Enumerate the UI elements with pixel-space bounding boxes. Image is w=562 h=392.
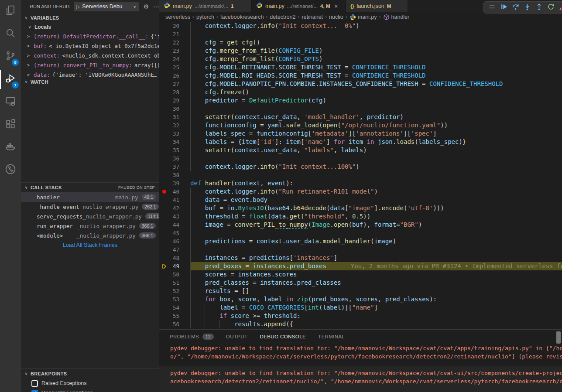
chevron-right-icon[interactable]: > <box>27 53 31 58</box>
breakpoint-row[interactable]: Raised Exceptions <box>21 378 159 388</box>
code-line[interactable]: 51 pred_classes = instances.pred_classes <box>159 279 562 287</box>
breadcrumb-item[interactable]: retinanet <box>302 14 323 20</box>
code-line[interactable]: 50 scores = instances.scores <box>159 270 562 279</box>
tab-main-py[interactable]: main.py.../retinanet/...4, M× <box>252 0 346 12</box>
activity-item-docker[interactable] <box>0 136 21 159</box>
activity-item-search[interactable] <box>0 23 21 45</box>
variable-row[interactable]: >(return) convert_PIL_to_numpy:array([[[… <box>21 60 159 70</box>
code-line[interactable]: 44 image = convert_PIL_to_numpy(Image.op… <box>159 221 562 229</box>
code-line[interactable]: 32 functionconfig = yaml.safe_load(open(… <box>159 121 562 130</box>
panel-tab-output[interactable]: OUTPUT <box>226 331 248 342</box>
variable-row[interactable]: >(return) DefaultPredictor.__call__:{'in… <box>21 31 159 41</box>
code-line[interactable]: 28 cfg.freeze() <box>159 88 562 96</box>
chevron-right-icon[interactable]: > <box>27 63 31 68</box>
call-stack-section-header[interactable]: ∨ CALL STACK PAUSED ON STEP <box>21 182 159 192</box>
breakpoint-dot-icon[interactable] <box>162 190 166 194</box>
scope-locals[interactable]: ∨ Locals <box>21 23 159 31</box>
breadcrumb-item[interactable]: detectron2 <box>270 14 295 20</box>
code-line[interactable]: 26 cfg.MODEL.ROI_HEADS.SCORE_THRESH_TEST… <box>159 72 562 80</box>
checked-checkbox[interactable]: ✓ <box>31 390 38 392</box>
breadcrumb-item[interactable]: main.py <box>350 14 377 20</box>
panel-tab-terminal[interactable]: TERMINAL <box>318 331 345 342</box>
code-line[interactable]: 34 labels = {item['id']: item['name'] fo… <box>159 138 562 146</box>
code-line[interactable]: 20 context.logger.info("Init context... … <box>159 22 562 30</box>
stack-frame-row[interactable]: serve_requests_nuclio_wrapper.py114:1 <box>21 211 159 221</box>
code-line[interactable]: 42 buf = io.BytesIO(base64.b64decode(dat… <box>159 204 562 212</box>
code-line[interactable]: 41 data = event.body <box>159 196 562 204</box>
more-actions-icon[interactable]: ⋯ <box>153 3 159 10</box>
variables-section-header[interactable]: ∨ VARIABLES <box>21 13 159 23</box>
breadcrumb-item[interactable]: handler <box>383 14 410 20</box>
console-message-block[interactable]: pydev debugger: unable to find translati… <box>159 366 562 392</box>
console-message-block[interactable]: pydev debugger: unable to find translati… <box>159 344 562 361</box>
code-line[interactable]: 36 <box>159 154 562 163</box>
start-debug-icon[interactable]: ▷ <box>76 4 80 9</box>
breakpoint-row[interactable]: ✓Uncaught Exceptions <box>21 388 159 392</box>
code-line[interactable]: 40 context.logger.info("Run retinanet-R1… <box>159 187 562 196</box>
activity-item-git-graph[interactable] <box>0 159 21 181</box>
disconnect-button[interactable] <box>559 3 562 11</box>
code-line[interactable]: 49 pred_boxes = instances.pred_boxesYou,… <box>159 262 562 270</box>
breakpoints-section-header[interactable]: ∨ BREAKPOINTS <box>21 368 159 378</box>
code-editor[interactable]: 20 context.logger.info("Init context... … <box>159 22 562 329</box>
code-line[interactable]: 35 setattr(context.user_data, "labels", … <box>159 146 562 154</box>
code-line[interactable]: 21 <box>159 30 562 38</box>
code-line[interactable]: 30 <box>159 105 562 113</box>
stack-frame-row[interactable]: run_wrapper_nuclio_wrapper.py360:1 <box>21 221 159 231</box>
continue-button[interactable] <box>500 3 507 11</box>
breadcrumb-item[interactable]: facebookresearch <box>220 14 264 20</box>
code-line[interactable]: 54 label = COCO_CATEGORIES[int(label)]["… <box>159 303 562 312</box>
step-out-button[interactable] <box>535 3 543 11</box>
code-line[interactable]: 55 if score >= threshold: <box>159 312 562 320</box>
breadcrumb-item[interactable]: serverless <box>165 14 190 20</box>
code-line[interactable]: 22 cfg = get_cfg() <box>159 38 562 47</box>
tab-launch-json[interactable]: {}launch.jsonM <box>346 0 408 12</box>
code-line[interactable]: 31 setattr(context.user_data, 'model_han… <box>159 113 562 121</box>
code-line[interactable]: 33 labels_spec = functionconfig['metadat… <box>159 130 562 138</box>
chevron-right-icon[interactable]: > <box>27 72 31 77</box>
code-line[interactable]: 53 for box, score, label in zip(pred_box… <box>159 295 562 303</box>
panel-scrollbar[interactable] <box>556 331 561 344</box>
chevron-right-icon[interactable]: > <box>27 44 31 48</box>
close-icon[interactable]: × <box>334 3 338 10</box>
breakpoint-marker[interactable] <box>159 187 169 196</box>
variable-row[interactable]: >context:<nuclio_sdk.context.Context obj… <box>21 51 159 60</box>
activity-item-run-and-debug[interactable]: 1 <box>0 68 21 91</box>
current-stackframe-icon[interactable] <box>159 262 169 270</box>
activity-item-remote-explorer[interactable] <box>0 91 21 113</box>
stack-frame-row[interactable]: <module>_nuclio_wrapper.py366:1 <box>21 231 159 240</box>
drag-handle-button[interactable] <box>488 3 496 11</box>
breadcrumb-item[interactable]: pytorch <box>196 14 214 20</box>
restart-button[interactable] <box>547 3 555 11</box>
code-line[interactable]: 52 results = [] <box>159 287 562 295</box>
panel-tab-problems[interactable]: PROBLEMS12 <box>170 331 214 342</box>
tab-main-py[interactable]: main.py.../siammask/...1 <box>159 0 252 12</box>
stack-frame-row[interactable]: _handle_event_nuclio_wrapper.py262:1 <box>21 202 159 211</box>
activity-item-explorer[interactable] <box>0 0 21 23</box>
code-line[interactable]: 23 cfg.merge_from_file(CONFIG_FILE) <box>159 47 562 55</box>
unchecked-checkbox[interactable] <box>31 380 38 387</box>
code-line[interactable]: 47 <box>159 245 562 254</box>
code-line[interactable]: 39def handler(context, event): <box>159 179 562 187</box>
breadcrumb-item[interactable]: nuclio <box>329 14 343 20</box>
code-line[interactable]: 48 instances = predictions['instances'] <box>159 254 562 262</box>
activity-item-extensions[interactable] <box>0 113 21 136</box>
panel-tab-debug-console[interactable]: DEBUG CONSOLE <box>260 331 306 342</box>
activity-item-source-control[interactable]: 8 <box>0 45 21 68</box>
variable-row[interactable]: >buf:<_io.BytesIO object at 0x7f5a2dc1ec… <box>21 41 159 51</box>
step-into-button[interactable] <box>523 3 531 11</box>
code-line[interactable]: 29 predictor = DefaultPredictor(cfg) <box>159 96 562 105</box>
launch-config-dropdown[interactable]: ▷ Serverless Debu ∨ <box>74 2 139 11</box>
load-all-stack-frames-link[interactable]: Load All Stack Frames <box>21 240 159 250</box>
watch-section-header[interactable]: ∨ WATCH <box>21 77 159 87</box>
variable-row[interactable]: >data:{'image': 'iVBORw0KGgoAAAANSUhE… <box>21 70 159 77</box>
code-line[interactable]: 56 results.append({ <box>159 320 562 328</box>
stack-frame-row[interactable]: handlermain.py49:1 <box>21 192 159 202</box>
code-line[interactable]: 43 threshold = float(data.get("threshold… <box>159 212 562 221</box>
code-line[interactable]: 27 cfg.MODEL.PANOPTIC_FPN.COMBINE.INSTAN… <box>159 80 562 88</box>
code-line[interactable]: 25 cfg.MODEL.RETINANET.SCORE_THRESH_TEST… <box>159 63 562 72</box>
step-over-button[interactable] <box>511 3 519 11</box>
code-line[interactable]: 24 cfg.merge_from_list(CONFIG_OPTS) <box>159 55 562 63</box>
code-line[interactable]: 38 <box>159 171 562 179</box>
settings-gear-icon[interactable]: ⚙ <box>143 3 149 10</box>
